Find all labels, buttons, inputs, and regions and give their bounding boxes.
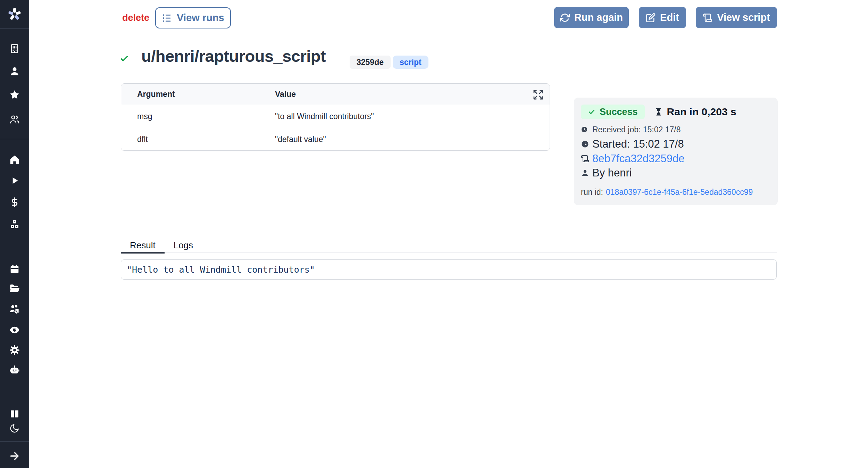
edit-label: Edit: [660, 12, 679, 23]
result-tabs: Result Logs: [121, 238, 777, 253]
sidebar-item-resources[interactable]: [0, 216, 29, 233]
hash-badge: 3259de: [350, 56, 391, 69]
sidebar-item-variables[interactable]: [0, 194, 29, 210]
sidebar: [0, 0, 29, 468]
check-icon: [588, 108, 595, 116]
view-script-label: View script: [717, 12, 770, 23]
view-runs-button[interactable]: View runs: [155, 7, 231, 28]
run-again-label: Run again: [574, 12, 623, 23]
sidebar-item-settings[interactable]: [0, 342, 29, 358]
started-row: Started: 15:02 17/8: [581, 138, 684, 150]
received-label: Received job: 15:02 17/8: [592, 125, 681, 134]
edit-button[interactable]: Edit: [639, 7, 686, 28]
app-root: delete View runs Run again Edit: [0, 0, 868, 472]
argument-name: msg: [121, 112, 259, 121]
status-label: Success: [600, 107, 638, 117]
runtime-label: Ran in 0,203 s: [667, 106, 736, 118]
expand-table-button[interactable]: [532, 89, 544, 101]
list-icon: [162, 13, 172, 23]
clock-icon: [581, 140, 589, 148]
run-id-link[interactable]: 018a0397-6c1e-f45a-6f1e-5edad360cc99: [606, 188, 753, 197]
sidebar-item-schedules[interactable]: [0, 261, 29, 278]
run-again-button[interactable]: Run again: [554, 7, 629, 28]
windmill-logo-icon: [7, 7, 22, 22]
home-icon: [9, 154, 20, 165]
robot-icon: [9, 365, 20, 376]
sidebar-item-user[interactable]: [0, 63, 29, 80]
person-icon: [581, 169, 589, 177]
arguments-table-header: Argument Value: [121, 84, 550, 105]
status-badge: Success: [581, 105, 645, 119]
script-type-badge: script: [393, 56, 428, 69]
status-row: Success Ran in 0,203 s: [581, 104, 736, 119]
page-title: u/henri/rapturous_script: [141, 47, 326, 66]
tab-result[interactable]: Result: [121, 238, 165, 253]
run-id-label: run id:: [581, 188, 603, 197]
sidebar-item-workers[interactable]: [0, 301, 29, 317]
arguments-table: Argument Value msg "to all Windmill cont…: [121, 83, 550, 151]
delete-button[interactable]: delete: [122, 13, 149, 23]
book-icon: [9, 408, 20, 419]
dollar-icon: [9, 197, 20, 208]
eye-icon: [9, 324, 20, 336]
run-id-row: run id: 018a0397-6c1e-f45a-6f1e-5edad360…: [581, 187, 753, 197]
sidebar-item-docs[interactable]: [0, 405, 29, 422]
started-label: Started: 15:02 17/8: [592, 138, 684, 150]
expand-icon: [533, 89, 544, 100]
sidebar-expand-button[interactable]: [0, 448, 29, 464]
triggered-by-label: By henri: [592, 167, 632, 179]
hourglass-icon: [654, 107, 663, 116]
scroll-icon: [581, 155, 589, 163]
folder-open-icon: [9, 283, 20, 294]
users-icon: [9, 114, 20, 125]
sidebar-item-dark-mode[interactable]: [0, 420, 29, 437]
triggered-by-row: By henri: [581, 167, 632, 179]
view-runs-label: View runs: [177, 12, 224, 24]
runtime: Ran in 0,203 s: [654, 106, 736, 118]
argument-name: dflt: [121, 135, 259, 144]
arrow-right-icon: [9, 450, 20, 462]
script-hash-row: 8eb7fca32d3259de: [581, 152, 684, 165]
user-icon: [9, 66, 20, 77]
sidebar-item-home[interactable]: [0, 151, 29, 168]
moon-icon: [9, 423, 20, 433]
sidebar-divider: [0, 139, 29, 139]
tab-logs[interactable]: Logs: [165, 238, 202, 253]
edit-pencil-icon: [646, 13, 656, 23]
sidebar-item-audit-logs[interactable]: [0, 322, 29, 338]
argument-value: "to all Windmill contributors": [259, 112, 550, 121]
play-icon: [9, 175, 20, 186]
sidebar-item-ai[interactable]: [0, 362, 29, 379]
result-output-box: "Hello to all Windmill contributors": [121, 259, 777, 280]
calendar-icon: [9, 264, 20, 275]
argument-value: "default value": [259, 135, 550, 144]
refresh-icon: [560, 13, 570, 23]
cubes-icon: [9, 219, 20, 230]
column-value: Value: [259, 90, 550, 99]
users-gear-icon: [9, 304, 20, 315]
sidebar-item-folders[interactable]: [0, 280, 29, 297]
table-row: dflt "default value": [121, 128, 550, 150]
clock-icon: [581, 126, 588, 133]
sidebar-item-workspace[interactable]: [0, 40, 29, 57]
windmill-logo[interactable]: [0, 0, 29, 29]
script-hash-link[interactable]: 8eb7fca32d3259de: [592, 152, 684, 165]
job-status-card: Success Ran in 0,203 s Received job: 15:…: [574, 98, 778, 205]
scroll-icon: [703, 13, 712, 23]
star-icon: [9, 89, 20, 100]
received-row: Received job: 15:02 17/8: [581, 125, 681, 134]
building-icon: [9, 43, 20, 54]
sidebar-item-groups[interactable]: [0, 111, 29, 128]
view-script-button[interactable]: View script: [696, 7, 777, 28]
column-argument: Argument: [121, 90, 259, 99]
sidebar-item-favorites[interactable]: [0, 86, 29, 103]
success-check-icon: [119, 54, 129, 65]
result-output-text: "Hello to all Windmill contributors": [127, 265, 315, 275]
sidebar-item-runs[interactable]: [0, 172, 29, 189]
table-row: msg "to all Windmill contributors": [121, 105, 550, 128]
gear-icon: [9, 344, 20, 356]
sidebar-divider: [0, 441, 29, 442]
